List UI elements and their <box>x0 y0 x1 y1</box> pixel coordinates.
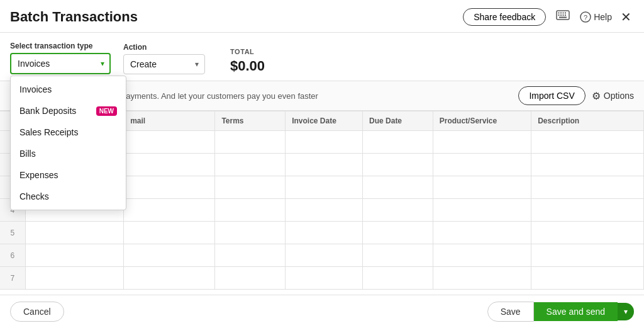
footer-actions: Save Save and send ▾ <box>487 302 634 322</box>
cell-due_date[interactable] <box>363 131 433 154</box>
col-header-due-date: Due Date <box>363 111 433 131</box>
col-header-product: Product/Service <box>433 111 531 131</box>
close-button[interactable]: ✕ <box>618 9 634 25</box>
cell-terms[interactable] <box>215 244 286 267</box>
cell-description[interactable] <box>531 131 644 154</box>
import-csv-button[interactable]: Import CSV <box>518 86 585 105</box>
dropdown-item-invoices[interactable]: Invoices <box>11 79 126 100</box>
cell-due_date[interactable] <box>363 176 433 199</box>
cell-invoice_date[interactable] <box>286 176 363 199</box>
cell-product[interactable] <box>433 222 531 244</box>
controls-row: Select transaction type Invoices Bank De… <box>0 33 644 81</box>
cell-description[interactable] <box>531 199 644 222</box>
cell-email[interactable] <box>124 199 215 222</box>
dropdown-item-sales-receipts[interactable]: Sales Receipts <box>11 122 126 143</box>
dropdown-item-checks[interactable]: Checks <box>11 186 126 207</box>
cell-terms[interactable] <box>215 131 286 154</box>
col-header-invoice-date: Invoice Date <box>286 111 363 131</box>
cell-email[interactable] <box>124 222 215 244</box>
action-group: Action Create Edit ▾ <box>123 43 205 74</box>
svg-rect-8 <box>565 14 566 16</box>
cell-description[interactable] <box>531 154 644 176</box>
cell-customer[interactable] <box>25 222 123 244</box>
cell-product[interactable] <box>433 244 531 267</box>
cell-customer[interactable] <box>25 244 123 267</box>
col-header-email: mail <box>124 111 215 131</box>
svg-rect-1 <box>558 13 560 14</box>
cell-invoice_date[interactable] <box>286 154 363 176</box>
cell-product[interactable] <box>433 154 531 176</box>
cell-product[interactable] <box>433 176 531 199</box>
cell-terms[interactable] <box>215 154 286 176</box>
cell-invoice_date[interactable] <box>286 131 363 154</box>
transaction-type-group: Select transaction type Invoices Bank De… <box>10 42 111 74</box>
table-row: 5 <box>0 222 644 244</box>
cell-invoice_date[interactable] <box>286 244 363 267</box>
dropdown-item-bills[interactable]: Bills <box>11 143 126 164</box>
cell-email[interactable] <box>124 244 215 267</box>
transaction-type-label: Select transaction type <box>10 42 111 50</box>
svg-rect-4 <box>565 13 566 14</box>
save-and-send-button[interactable]: Save and send <box>534 302 618 321</box>
action-label: Action <box>123 43 205 52</box>
cell-product[interactable] <box>433 199 531 222</box>
dropdown-item-bank-deposits[interactable]: Bank Deposits NEW <box>11 100 126 122</box>
transaction-type-select[interactable]: Invoices Bank Deposits Sales Receipts Bi… <box>10 53 111 74</box>
cell-due_date[interactable] <box>363 267 433 290</box>
cell-product[interactable] <box>433 131 531 154</box>
options-label: Options <box>604 91 634 101</box>
keyboard-icon-button[interactable] <box>552 8 574 26</box>
cell-customer[interactable] <box>25 267 123 290</box>
cell-email[interactable] <box>124 176 215 199</box>
help-button[interactable]: ? Help <box>580 11 612 23</box>
svg-rect-5 <box>558 14 560 16</box>
cell-invoice_date[interactable] <box>286 199 363 222</box>
footer: Cancel Save Save and send ▾ <box>0 295 644 328</box>
cell-description[interactable] <box>531 222 644 244</box>
cancel-button[interactable]: Cancel <box>10 302 64 322</box>
dropdown-item-expenses[interactable]: Expenses <box>11 164 126 186</box>
total-group: TOTAL $0.00 <box>230 48 265 74</box>
transaction-type-dropdown: Invoices Bank Deposits NEW Sales Receipt… <box>10 76 126 210</box>
cell-email[interactable] <box>124 131 215 154</box>
svg-rect-9 <box>559 17 567 18</box>
cell-terms[interactable] <box>215 199 286 222</box>
cell-invoice_date[interactable] <box>286 267 363 290</box>
action-select[interactable]: Create Edit <box>123 54 205 74</box>
row-number-cell: 6 <box>0 244 25 267</box>
cell-email[interactable] <box>124 154 215 176</box>
row-number-cell: 5 <box>0 222 25 244</box>
cell-due_date[interactable] <box>363 199 433 222</box>
save-button[interactable]: Save <box>487 302 534 322</box>
svg-rect-3 <box>563 13 564 14</box>
cell-email[interactable] <box>124 267 215 290</box>
page-title: Batch Transactions <box>10 9 138 25</box>
cell-due_date[interactable] <box>363 244 433 267</box>
row-number-cell: 7 <box>0 267 25 290</box>
transaction-type-select-wrapper: Invoices Bank Deposits Sales Receipts Bi… <box>10 53 111 74</box>
col-header-terms: Terms <box>215 111 286 131</box>
svg-text:?: ? <box>584 13 587 21</box>
share-feedback-button[interactable]: Share feedback <box>463 8 546 26</box>
cell-description[interactable] <box>531 176 644 199</box>
svg-rect-7 <box>563 14 564 16</box>
options-button[interactable]: ⚙ Options <box>592 90 634 102</box>
action-select-wrapper: Create Edit ▾ <box>123 54 205 74</box>
col-header-description: Description <box>531 111 644 131</box>
cell-due_date[interactable] <box>363 154 433 176</box>
total-value: $0.00 <box>230 58 265 74</box>
cell-terms[interactable] <box>215 222 286 244</box>
cell-invoice_date[interactable] <box>286 222 363 244</box>
cell-terms[interactable] <box>215 176 286 199</box>
save-send-chevron-button[interactable]: ▾ <box>618 303 634 320</box>
header: Batch Transactions Share feedback ? H <box>0 0 644 33</box>
svg-rect-2 <box>560 13 562 14</box>
help-label: Help <box>594 12 612 22</box>
header-actions: Share feedback ? Help ✕ <box>463 8 634 26</box>
cell-description[interactable] <box>531 267 644 290</box>
cell-product[interactable] <box>433 267 531 290</box>
cell-description[interactable] <box>531 244 644 267</box>
new-badge: NEW <box>96 106 117 116</box>
cell-due_date[interactable] <box>363 222 433 244</box>
cell-terms[interactable] <box>215 267 286 290</box>
